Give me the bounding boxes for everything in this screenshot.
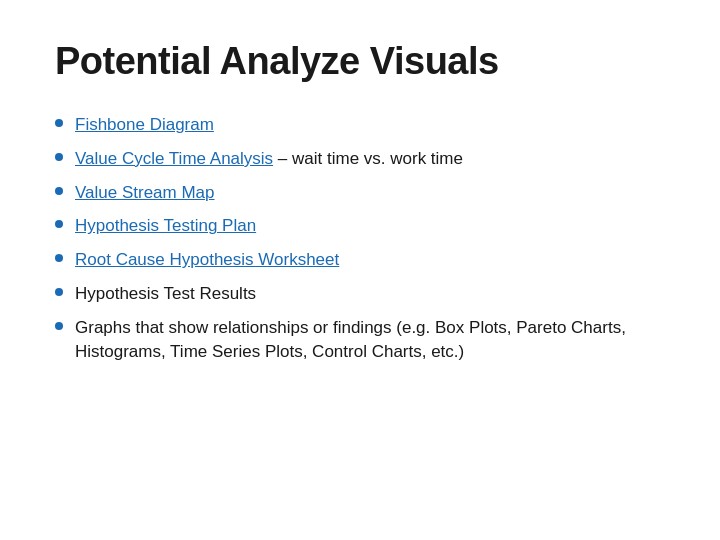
list-item: Value Cycle Time Analysis – wait time vs… [55,147,665,171]
list-item: Hypothesis Test Results [55,282,665,306]
list-item: Hypothesis Testing Plan [55,214,665,238]
slide: Potential Analyze Visuals Fishbone Diagr… [0,0,720,540]
bullet-dot [55,187,63,195]
text-hypothesis-results: Hypothesis Test Results [75,282,256,306]
item-root-cause[interactable]: Root Cause Hypothesis Worksheet [75,248,339,272]
link-value-stream[interactable]: Value Stream Map [75,183,215,202]
link-value-cycle[interactable]: Value Cycle Time Analysis [75,149,273,168]
bullet-dot [55,254,63,262]
item-fishbone[interactable]: Fishbone Diagram [75,113,214,137]
item-value-stream[interactable]: Value Stream Map [75,181,215,205]
bullet-dot [55,220,63,228]
list-item: Fishbone Diagram [55,113,665,137]
link-root-cause[interactable]: Root Cause Hypothesis Worksheet [75,250,339,269]
link-hypothesis-testing[interactable]: Hypothesis Testing Plan [75,216,256,235]
bullet-dot [55,288,63,296]
bullet-list: Fishbone Diagram Value Cycle Time Analys… [55,113,665,363]
bullet-dot [55,153,63,161]
list-item: Graphs that show relationships or findin… [55,316,665,364]
bullet-dot [55,119,63,127]
link-fishbone[interactable]: Fishbone Diagram [75,115,214,134]
slide-title: Potential Analyze Visuals [55,40,665,83]
list-item: Value Stream Map [55,181,665,205]
bullet-dot [55,322,63,330]
item-hypothesis-testing[interactable]: Hypothesis Testing Plan [75,214,256,238]
text-graphs: Graphs that show relationships or findin… [75,316,665,364]
list-item: Root Cause Hypothesis Worksheet [55,248,665,272]
item-value-cycle[interactable]: Value Cycle Time Analysis – wait time vs… [75,147,463,171]
text-value-cycle: – wait time vs. work time [273,149,463,168]
